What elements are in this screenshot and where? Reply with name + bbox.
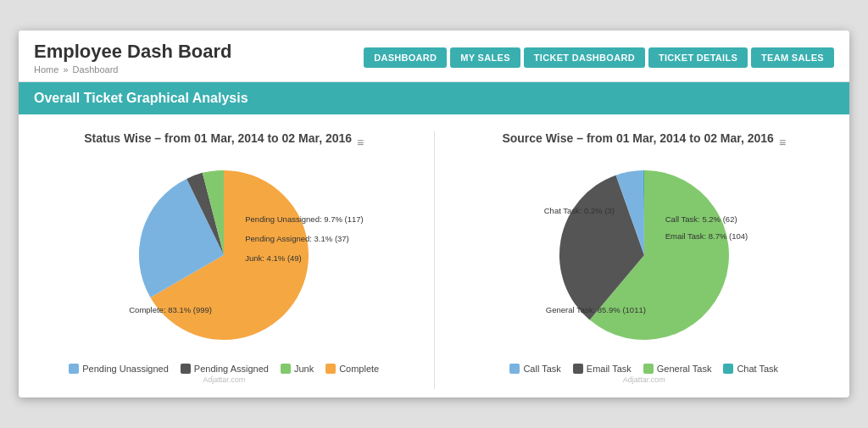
- swatch-pending-assigned: [181, 364, 191, 374]
- app-window: Employee Dash Board Home » Dashboard DAS…: [19, 31, 849, 397]
- chart1-panel: Status Wise – from 01 Mar, 2014 to 02 Ma…: [27, 131, 421, 389]
- header: Employee Dash Board Home » Dashboard DAS…: [19, 31, 849, 82]
- nav-ticket-details[interactable]: TICKET DETAILS: [648, 47, 748, 68]
- legend-email-task: Email Task: [573, 364, 632, 374]
- chart2-svg: [542, 153, 746, 357]
- page-title: Employee Dash Board: [34, 41, 232, 63]
- nav-team-sales[interactable]: TEAM SALES: [751, 47, 834, 68]
- breadcrumb-dashboard[interactable]: Dashboard: [73, 64, 119, 75]
- charts-container: Status Wise – from 01 Mar, 2014 to 02 Ma…: [19, 114, 849, 397]
- swatch-chat-task: [723, 364, 733, 374]
- chart1-menu-icon[interactable]: ≡: [357, 136, 364, 149]
- nav-dashboard[interactable]: DASHBOARD: [364, 47, 447, 68]
- legend-pending-unassigned: Pending Unassigned: [69, 364, 169, 374]
- chart2-legend: Call Task Email Task General Task Chat T…: [509, 364, 778, 374]
- chart1-title-row: Status Wise – from 01 Mar, 2014 to 02 Ma…: [84, 131, 364, 153]
- legend-complete: Complete: [326, 364, 379, 374]
- legend-junk: Junk: [281, 364, 314, 374]
- legend-call-task: Call Task: [509, 364, 560, 374]
- swatch-junk: [281, 364, 291, 374]
- section-title: Overall Ticket Graphical Analysis: [34, 91, 248, 105]
- charts-divider: [434, 131, 435, 389]
- swatch-complete: [326, 364, 336, 374]
- chart1-watermark: Adjattar.com: [203, 375, 245, 384]
- chart2-watermark: Adjattar.com: [623, 375, 665, 384]
- chart2-panel: Source Wise – from 01 Mar, 2014 to 02 Ma…: [448, 131, 842, 389]
- nav-my-sales[interactable]: MY SALES: [450, 47, 520, 68]
- section-header: Overall Ticket Graphical Analysis: [19, 82, 849, 114]
- swatch-pending-unassigned: [69, 364, 79, 374]
- nav-ticket-dashboard[interactable]: TICKET DASHBOARD: [524, 47, 645, 68]
- chart1-legend: Pending Unassigned Pending Assigned Junk…: [69, 364, 379, 374]
- breadcrumb-home[interactable]: Home: [34, 64, 58, 75]
- chart2-title-row: Source Wise – from 01 Mar, 2014 to 02 Ma…: [502, 131, 786, 153]
- swatch-call-task: [509, 364, 520, 374]
- chart2-menu-icon[interactable]: ≡: [779, 136, 786, 149]
- nav-buttons: DASHBOARD MY SALES TICKET DASHBOARD TICK…: [364, 47, 834, 68]
- chart2-pie: Chat Task: 0.2% (3) Call Task: 5.2% (62)…: [542, 153, 746, 357]
- breadcrumb: Home » Dashboard: [34, 64, 232, 75]
- legend-chat-task: Chat Task: [723, 364, 778, 374]
- chart1-pie: Pending Unassigned: 9.7% (117) Pending A…: [122, 153, 326, 357]
- legend-pending-assigned: Pending Assigned: [181, 364, 269, 374]
- chart2-title: Source Wise – from 01 Mar, 2014 to 02 Ma…: [502, 131, 773, 145]
- header-left: Employee Dash Board Home » Dashboard: [34, 41, 232, 75]
- chart1-svg: [122, 153, 326, 357]
- swatch-general-task: [643, 364, 654, 374]
- legend-general-task: General Task: [643, 364, 712, 374]
- swatch-email-task: [573, 364, 583, 374]
- chart1-title: Status Wise – from 01 Mar, 2014 to 02 Ma…: [84, 131, 352, 145]
